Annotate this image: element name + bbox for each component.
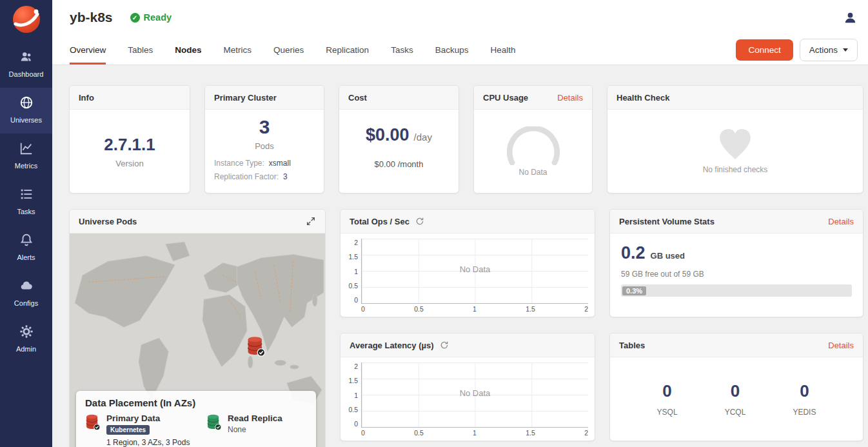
cpu-details-link[interactable]: Details — [557, 93, 583, 103]
cost-card-body: $0.00 /day $0.00 /month — [339, 110, 459, 193]
instance-type-row: Instance Type: xsmall — [214, 159, 315, 168]
actions-label: Actions — [809, 45, 838, 55]
status-badge: ✓ Ready — [130, 12, 172, 23]
x-tick: 1.5 — [526, 429, 535, 438]
gear-icon — [19, 324, 34, 339]
instance-type-value: xsmall — [269, 159, 291, 168]
tab-backups[interactable]: Backups — [435, 35, 469, 65]
main-area: yb-k8s ✓ Ready Overview Tables Nodes Met… — [52, 0, 868, 447]
refresh-button[interactable] — [415, 217, 424, 226]
health-check-card: Health Check No finished checks — [607, 85, 863, 194]
tabs: Overview Tables Nodes Metrics Queries Re… — [70, 35, 515, 65]
stats-column: Persistent Volume Stats Details 0.2 GB u… — [609, 209, 863, 441]
primary-cluster-card: Primary Cluster 3 Pods Instance Type: xs… — [204, 85, 324, 194]
yugabyte-logo[interactable] — [0, 0, 52, 42]
count-value: 0 — [793, 381, 816, 401]
x-tick: 1 — [473, 429, 477, 438]
pods-count: 3 — [259, 116, 270, 137]
sidebar-item-admin[interactable]: Admin — [0, 317, 52, 363]
refresh-button[interactable] — [440, 341, 449, 350]
persistent-volume-header: Persistent Volume Stats Details — [610, 210, 863, 233]
tab-queries[interactable]: Queries — [273, 35, 304, 65]
volume-usage-bar: 0.3% — [621, 284, 852, 297]
cluster-meta: Instance Type: xsmall Replication Factor… — [205, 151, 324, 186]
health-check-header: Health Check — [607, 86, 863, 110]
primary-cluster-header: Primary Cluster — [205, 86, 324, 110]
y-tick: 1.5 — [348, 253, 358, 261]
cost-day-unit: /day — [414, 132, 432, 143]
tab-health[interactable]: Health — [490, 35, 515, 65]
cost-card-header: Cost — [339, 86, 459, 110]
tab-metrics[interactable]: Metrics — [224, 35, 252, 65]
tab-tasks[interactable]: Tasks — [391, 35, 413, 65]
y-tick: 2 — [354, 363, 358, 370]
metrics-icon — [19, 141, 34, 155]
world-map[interactable]: Data Placement (In AZs) — [70, 233, 325, 447]
connect-button[interactable]: Connect — [736, 39, 793, 61]
card-title: Universe Pods — [79, 217, 137, 226]
info-card: Info 2.7.1.1 Version — [69, 85, 190, 194]
health-check-body: No finished checks — [607, 110, 863, 193]
tables-details-link[interactable]: Details — [828, 341, 854, 350]
actions-dropdown-button[interactable]: Actions — [800, 39, 858, 61]
ysql-count: 0 YSQL — [657, 381, 678, 417]
x-axis: 0 0.5 1 1.5 2 — [361, 429, 588, 438]
y-tick: 0 — [354, 420, 358, 428]
info-card-body: 2.7.1.1 Version — [70, 110, 190, 193]
primary-database-icon — [85, 413, 101, 431]
x-tick: 2 — [584, 305, 588, 314]
sidebar-item-configs[interactable]: Configs — [0, 271, 52, 317]
globe-icon — [19, 95, 34, 110]
instance-type-label: Instance Type: — [214, 159, 264, 168]
summary-cards-row: Info 2.7.1.1 Version Primary Cluster 3 P… — [69, 85, 863, 194]
user-menu-button[interactable] — [843, 10, 858, 25]
tab-tables[interactable]: Tables — [128, 35, 153, 65]
volume-used-unit: GB used — [651, 251, 685, 261]
sidebar-item-universes[interactable]: Universes — [0, 88, 52, 134]
sidebar-item-alerts[interactable]: Alerts — [0, 225, 52, 271]
volume-details-link[interactable]: Details — [828, 217, 854, 226]
cost-card: Cost $0.00 /day $0.00 /month — [339, 85, 459, 194]
tab-overview[interactable]: Overview — [70, 35, 106, 65]
sidebar-item-dashboard[interactable]: Dashboard — [0, 42, 52, 88]
data-placement-title: Data Placement (In AZs) — [85, 397, 307, 408]
average-latency-header: Average Latency (µs) — [340, 333, 595, 357]
ycql-count: 0 YCQL — [725, 381, 746, 417]
replication-factor-row: Replication Factor: 3 — [214, 172, 315, 181]
x-tick: 1.5 — [526, 305, 535, 314]
volume-free-text: 59 GB free out of 59 GB — [621, 270, 852, 279]
check-circle-icon: ✓ — [130, 13, 140, 23]
bell-icon — [19, 233, 34, 247]
refresh-icon — [415, 217, 424, 226]
y-tick: 0.5 — [348, 406, 358, 413]
pods-map-marker[interactable] — [246, 335, 267, 360]
primary-data-label: Primary Data — [106, 413, 190, 423]
card-title: Cost — [348, 93, 367, 103]
sidebar-item-tasks[interactable]: Tasks — [0, 179, 52, 225]
replication-factor-value: 3 — [283, 172, 288, 181]
tab-nodes[interactable]: Nodes — [175, 35, 201, 65]
overview-content: Info 2.7.1.1 Version Primary Cluster 3 P… — [52, 65, 868, 447]
expand-map-button[interactable] — [306, 216, 316, 226]
sidebar-item-metrics[interactable]: Metrics — [0, 134, 52, 179]
sidebar-item-label: Tasks — [17, 208, 35, 215]
read-replica-label: Read Replica — [228, 413, 282, 423]
universe-pods-header: Universe Pods — [70, 210, 325, 233]
cost-per-day: $0.00 /day — [366, 125, 432, 145]
x-tick: 0.5 — [414, 305, 424, 314]
read-replica-text: Read Replica None — [228, 413, 282, 434]
persistent-volume-card: Persistent Volume Stats Details 0.2 GB u… — [609, 209, 863, 317]
universe-tabbar: Overview Tables Nodes Metrics Queries Re… — [52, 35, 868, 65]
cpu-usage-body: No Data — [474, 110, 592, 193]
info-card-header: Info — [70, 86, 190, 110]
refresh-icon — [440, 341, 449, 350]
universe-header: yb-k8s ✓ Ready — [52, 0, 868, 35]
universe-title: yb-k8s — [70, 10, 113, 25]
x-tick: 0 — [361, 429, 365, 438]
primary-placement-info: 1 Region, 3 AZs, 3 Pods — [106, 438, 190, 447]
heart-icon — [718, 129, 752, 160]
tab-replication[interactable]: Replication — [326, 35, 369, 65]
read-replica-value: None — [228, 425, 282, 434]
y-axis: 2 1.5 1 0.5 0 — [344, 363, 361, 438]
plot-area: No Data — [361, 239, 588, 304]
